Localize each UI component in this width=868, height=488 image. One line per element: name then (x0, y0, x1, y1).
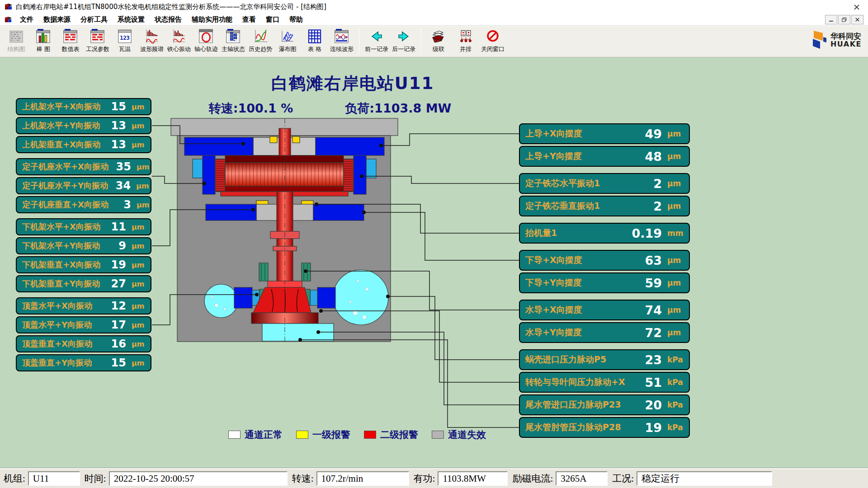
toolbar-button-waterfall-plot[interactable]: 瀑布图 (274, 28, 301, 54)
toolbar-buttons: 结构图 棒 图 数值表 工况参数 123 瓦温 波形频谱 铁心振动 轴心轨迹 主… (3, 28, 506, 54)
window-close-icon[interactable]: × (850, 1, 863, 12)
close-window-icon (484, 28, 501, 45)
menu-item[interactable]: 窗口 (261, 14, 284, 25)
status-field-value: U11 (28, 471, 80, 486)
toolbar-button-close-window[interactable]: 关闭窗口 (479, 28, 506, 54)
toolbar-button-pad-temperature[interactable]: 123 瓦温 (111, 28, 138, 54)
measurement-panel[interactable]: 定子铁芯垂直振动1 2 μm (519, 196, 690, 216)
measurement-panel[interactable]: 顶盖垂直+Y向振动 15 μm (16, 354, 151, 371)
brand-name-en: HUAKE (830, 41, 862, 48)
menu-item[interactable]: 分析工具 (75, 14, 113, 25)
status-bar: 机组: U11 时间: 2022-10-25 20:00:57 转速: 107.… (0, 468, 868, 488)
measurement-unit: μm (667, 305, 685, 314)
toolbar-button-waveform-spectrum[interactable]: 波形频谱 (138, 28, 165, 54)
legend-item: 二级报警 (364, 428, 418, 441)
toolbar-button-prev-record[interactable]: 前一记录 (363, 28, 390, 54)
toolbar-button-condition-params[interactable]: 工况参数 (84, 28, 111, 54)
toolbar-button-history-trend[interactable]: 历史趋势 (247, 28, 274, 54)
measurement-panel[interactable]: 定子机座水平+X向振动 35 μm (16, 158, 151, 175)
measurement-label: 上导+Y向摆度 (525, 150, 636, 162)
measurement-panel[interactable]: 蜗壳进口压力脉动P5 23 kPa (519, 349, 690, 370)
continuous-waveform-icon (333, 28, 350, 45)
menu-bar: 文件数据来源分析工具系统设置状态报告辅助实用功能查看窗口帮助 (0, 14, 868, 26)
measurement-label: 尾水管肘管压力脉动P28 (525, 422, 636, 433)
toolbar-button-tile-windows[interactable]: 并排 (452, 28, 479, 54)
measurement-panel[interactable]: 定子机座水平+Y向振动 34 μm (16, 177, 151, 194)
measurement-panel[interactable]: 水导+Y向摆度 72 μm (519, 322, 690, 343)
toolbar-button-continuous-waveform[interactable]: 连续波形 (328, 28, 355, 54)
restore-icon[interactable] (838, 15, 850, 24)
measurement-panel[interactable]: 上导+Y向摆度 48 μm (519, 146, 690, 167)
measurement-panel[interactable]: 抬机量1 0.19 mm (519, 223, 690, 244)
toolbar-button-label: 主轴状态 (222, 45, 245, 53)
menu-item[interactable]: 数据来源 (38, 14, 75, 25)
menu-item[interactable]: 文件 (15, 14, 38, 25)
toolbar-button-label: 历史趋势 (249, 45, 272, 53)
measurement-panel[interactable]: 上机架垂直+X向振动 13 μm (16, 136, 151, 153)
legend-item: 通道正常 (228, 428, 283, 441)
measurement-unit: μm (132, 103, 147, 111)
measurement-panel[interactable]: 下机架水平+Y向振动 9 μm (16, 237, 151, 254)
measurement-panel[interactable]: 尾水管肘管压力脉动P28 19 kPa (519, 417, 690, 438)
measurement-unit: μm (137, 163, 149, 171)
measurement-panel[interactable]: 上机架水平+Y向振动 13 μm (16, 117, 151, 134)
measurement-label: 水导+X向摆度 (525, 304, 636, 316)
toolbar-separator (421, 28, 421, 54)
measurement-panel[interactable]: 下导+Y向摆度 59 μm (519, 272, 690, 293)
legend-label: 通道正常 (245, 428, 283, 441)
panel-group: 上导+X向摆度 49 μm 上导+Y向摆度 48 μm (519, 123, 690, 167)
toolbar-button-label: 表 格 (308, 45, 321, 53)
menu-item[interactable]: 系统设置 (113, 14, 150, 25)
measurement-panel[interactable]: 上机架水平+X向振动 15 μm (16, 98, 151, 115)
toolbar-button-next-record[interactable]: 后一记录 (390, 28, 417, 54)
status-field-label: 有功: (412, 472, 438, 485)
close-icon[interactable] (851, 15, 863, 24)
measurement-value: 49 (636, 127, 662, 141)
measurement-value: 72 (636, 326, 662, 340)
toolbar-button-label: 波形频谱 (140, 45, 164, 53)
measurement-value: 17 (104, 319, 126, 331)
measurement-unit: μm (132, 340, 147, 348)
measurement-panel[interactable]: 定子机座垂直+X向振动 3 μm (16, 196, 151, 213)
measurement-label: 转轮与导叶间压力脉动+X (525, 376, 636, 388)
pad-temperature-icon: 123 (116, 28, 133, 45)
measurement-unit: μm (132, 242, 147, 250)
measurement-panel[interactable]: 顶盖水平+Y向振动 17 μm (16, 316, 151, 333)
menu-item[interactable]: 辅助实用功能 (187, 14, 237, 25)
toolbar-button-data-table[interactable]: 表 格 (301, 28, 328, 54)
status-field-label: 机组: (2, 472, 28, 485)
brand-logo: 华科同安 HUAKE (811, 30, 864, 50)
measurement-panel[interactable]: 顶盖垂直+X向振动 16 μm (16, 335, 151, 352)
toolbar-separator (359, 28, 359, 54)
toolbar-button-bar-chart[interactable]: 棒 图 (30, 28, 57, 54)
menu-item[interactable]: 状态报告 (150, 14, 187, 25)
toolbar: 结构图 棒 图 数值表 工况参数 123 瓦温 波形频谱 铁心振动 轴心轨迹 主… (0, 26, 868, 57)
measurement-panel[interactable]: 尾水管进口压力脉动P23 20 kPa (519, 394, 690, 415)
toolbar-button-shaft-status[interactable]: 主轴状态 (220, 28, 247, 54)
menu-item[interactable]: 帮助 (284, 14, 308, 25)
panel-group: 水导+X向摆度 74 μm 水导+Y向摆度 72 μm (519, 300, 690, 343)
measurement-panel[interactable]: 下机架水平+X向振动 11 μm (16, 218, 151, 235)
toolbar-button-shaft-orbit[interactable]: 轴心轨迹 (193, 28, 220, 54)
menu-item[interactable]: 查看 (237, 14, 261, 25)
measurement-value: 23 (636, 353, 662, 367)
measurement-panel[interactable]: 水导+X向摆度 74 μm (519, 300, 690, 320)
measurement-panel[interactable]: 下机架垂直+Y向振动 27 μm (16, 275, 151, 292)
minimize-icon[interactable] (825, 15, 837, 24)
toolbar-button-label: 棒 图 (37, 45, 50, 53)
measurement-label: 上机架水平+Y向振动 (22, 120, 104, 131)
legend-label: 一级报警 (312, 428, 350, 441)
toolbar-button-core-vibration[interactable]: 铁心振动 (165, 28, 193, 54)
measurement-panel[interactable]: 下机架垂直+X向振动 19 μm (16, 256, 151, 273)
measurement-panel[interactable]: 下导+X向摆度 63 μm (519, 250, 690, 271)
status-field: 工况: 稳定运行 (610, 471, 772, 486)
toolbar-button-numeric-table[interactable]: 数值表 (57, 28, 84, 54)
next-record-icon (395, 28, 412, 45)
measurement-panel[interactable]: 顶盖水平+X向振动 12 μm (16, 297, 151, 314)
measurement-panel[interactable]: 上导+X向摆度 49 μm (519, 123, 690, 144)
toolbar-button-cascade-windows[interactable]: 级联 (425, 28, 452, 54)
measurement-value: 13 (104, 138, 126, 151)
measurement-value: 34 (108, 179, 131, 192)
measurement-panel[interactable]: 转轮与导叶间压力脉动+X 51 kPa (519, 372, 690, 393)
measurement-panel[interactable]: 定子铁芯水平振动1 2 μm (519, 173, 690, 194)
